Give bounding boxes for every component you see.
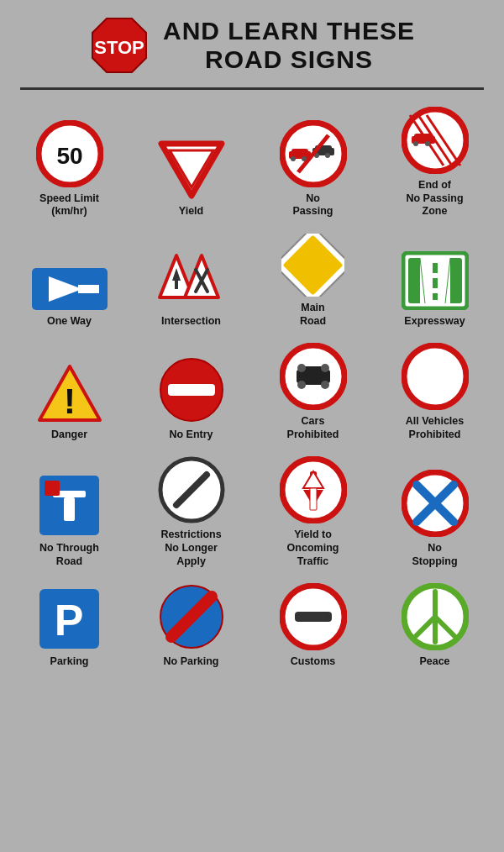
- svg-point-14: [325, 153, 330, 158]
- svg-point-9: [291, 156, 296, 161]
- sign-label-no-parking: No Parking: [164, 655, 219, 669]
- svg-rect-39: [433, 278, 438, 288]
- sign-label-danger: Danger: [51, 429, 87, 442]
- sign-no-stopping: NoStopping: [374, 448, 496, 575]
- sign-restrictions-no-longer: RestrictionsNo LongerApply: [130, 448, 252, 575]
- svg-marker-28: [185, 255, 218, 297]
- page-header: STOP AND LEARN THESEROAD SIGNS: [0, 0, 504, 84]
- svg-rect-57: [64, 497, 75, 521]
- svg-rect-30: [175, 281, 178, 289]
- svg-text:P: P: [55, 596, 84, 644]
- signs-grid: 50 Speed Limit(km/hr) Yield NoPassing: [0, 98, 504, 676]
- svg-rect-74: [295, 612, 332, 622]
- sign-label-parking: Parking: [50, 655, 89, 669]
- svg-text:!: !: [64, 381, 76, 421]
- sign-label-yield-oncoming: Yield toOncomingTraffic: [287, 529, 339, 568]
- svg-rect-38: [433, 263, 438, 273]
- sign-label-speed-limit: Speed Limit(km/hr): [39, 192, 99, 218]
- sign-label-customs: Customs: [291, 655, 335, 669]
- svg-rect-26: [78, 285, 99, 293]
- svg-rect-40: [433, 293, 438, 300]
- sign-all-vehicles-prohibited: All VehiclesProhibited: [374, 334, 496, 448]
- svg-point-23: [425, 141, 430, 146]
- sign-label-cars-prohibited: CarsProhibited: [287, 415, 339, 441]
- svg-rect-34: [282, 234, 343, 295]
- sign-label-no-passing: NoPassing: [293, 192, 333, 218]
- svg-rect-46: [168, 384, 215, 396]
- svg-point-54: [404, 345, 466, 408]
- sign-label-peace: Peace: [419, 655, 449, 669]
- sign-label-main-road: MainRoad: [300, 302, 326, 328]
- header-divider: [20, 87, 484, 90]
- sign-label-one-way: One Way: [47, 315, 92, 329]
- sign-label-end-no-passing: End ofNo PassingZone: [406, 179, 463, 218]
- stop-sign-icon: STOP: [89, 15, 150, 76]
- sign-intersection: Intersection: [130, 225, 252, 334]
- sign-label-restrictions-no-longer: RestrictionsNo LongerApply: [160, 529, 221, 568]
- svg-point-52: [297, 364, 306, 372]
- sign-cars-prohibited: CarsProhibited: [252, 334, 374, 448]
- sign-parking: P Parking: [8, 575, 130, 676]
- sign-no-entry: No Entry: [130, 334, 252, 448]
- svg-point-50: [297, 381, 306, 389]
- svg-text:50: 50: [56, 143, 82, 169]
- sign-label-expressway: Expressway: [404, 315, 465, 329]
- svg-rect-65: [310, 488, 317, 510]
- svg-point-53: [321, 364, 329, 372]
- sign-no-passing: NoPassing: [252, 98, 374, 225]
- sign-label-all-vehicles-prohibited: All VehiclesProhibited: [406, 415, 464, 441]
- svg-rect-58: [45, 481, 60, 496]
- sign-customs: Customs: [252, 575, 374, 676]
- svg-point-51: [321, 381, 329, 389]
- sign-peace: Peace: [374, 575, 496, 676]
- sign-one-way: One Way: [8, 225, 130, 334]
- sign-end-no-passing: End ofNo PassingZone: [374, 98, 496, 225]
- sign-speed-limit: 50 Speed Limit(km/hr): [8, 98, 130, 225]
- sign-label-intersection: Intersection: [161, 315, 221, 329]
- page-title: AND LEARN THESEROAD SIGNS: [163, 17, 415, 75]
- sign-no-through-road: No ThroughRoad: [8, 448, 130, 575]
- svg-point-22: [413, 141, 418, 146]
- sign-label-yield: Yield: [179, 205, 203, 218]
- svg-text:STOP: STOP: [94, 37, 144, 58]
- sign-danger: ! Danger: [8, 334, 130, 448]
- sign-label-no-through-road: No ThroughRoad: [39, 542, 99, 568]
- sign-yield: Yield: [130, 98, 252, 225]
- sign-expressway: Expressway: [374, 225, 496, 334]
- sign-main-road: MainRoad: [252, 225, 374, 334]
- sign-label-no-entry: No Entry: [169, 429, 213, 442]
- sign-yield-oncoming: Yield toOncomingTraffic: [252, 448, 374, 575]
- sign-label-no-stopping: NoStopping: [412, 542, 457, 568]
- sign-no-parking: No Parking: [130, 575, 252, 676]
